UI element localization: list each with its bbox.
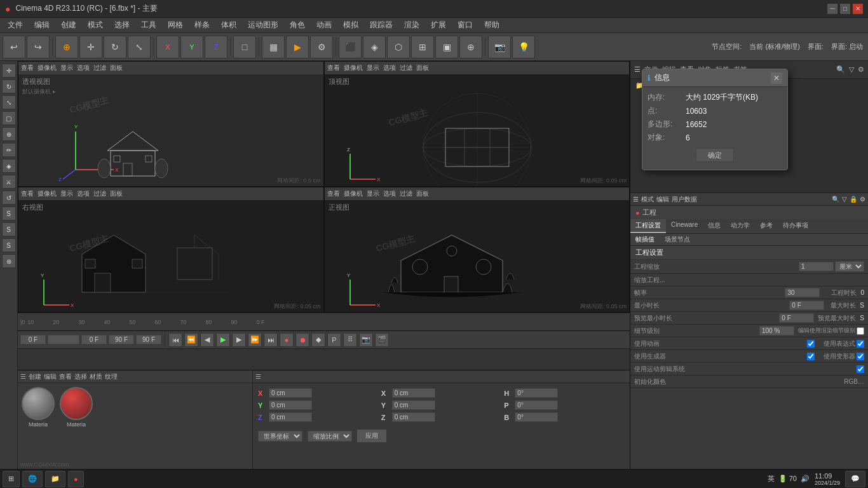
prop-input-prevmin[interactable] [779, 313, 814, 323]
tl-prev-frame[interactable]: ◀ [200, 333, 214, 347]
close-btn[interactable]: ✕ [853, 4, 863, 14]
tab-dynamics[interactable]: 动力学 [726, 219, 755, 233]
prop-check-deformer[interactable] [857, 353, 864, 360]
object-btn[interactable]: □ [233, 36, 256, 58]
subtab-scene-nodes[interactable]: 场景节点 [660, 234, 695, 245]
rs-props-userdata-btn[interactable]: 用户数据 [672, 195, 697, 204]
tl-render-preview[interactable]: 🎬 [375, 333, 389, 347]
axis-x-btn[interactable]: X [156, 36, 179, 58]
taskbar-c4d-btn[interactable]: ● [68, 471, 84, 487]
vp-front-filter-btn[interactable]: 过滤 [400, 189, 412, 198]
frame-current-input[interactable] [20, 335, 46, 344]
tab-info[interactable]: 信息 [703, 219, 726, 233]
tl-to-start[interactable]: ⏮ [168, 333, 182, 347]
menu-character[interactable]: 角色 [285, 18, 310, 32]
tl-next-key[interactable]: ⏩ [248, 333, 262, 347]
render-settings-btn[interactable]: ⚙ [310, 36, 333, 58]
move-btn[interactable]: ✛ [79, 36, 102, 58]
menu-file[interactable]: 文件 [3, 18, 28, 32]
menu-tools[interactable]: 工具 [136, 18, 161, 32]
frame-min-input[interactable] [81, 335, 107, 344]
info-close-btn[interactable]: ✕ [771, 72, 782, 84]
menu-render[interactable]: 渲染 [399, 18, 424, 32]
coord-x2-input[interactable] [392, 388, 435, 398]
maximize-btn[interactable]: □ [840, 4, 850, 14]
menu-extend[interactable]: 扩展 [426, 18, 451, 32]
viewport-front[interactable]: 查看 摄像机 显示 选项 过滤 面板 正视图 X Y [324, 187, 630, 313]
vp-right-panel-btn[interactable]: 面板 [110, 189, 123, 198]
frame-display-input[interactable] [48, 335, 79, 344]
lt-scale[interactable]: ⤡ [2, 95, 16, 109]
tl-autokey[interactable]: ⏺ [295, 333, 309, 347]
vp-display-btn[interactable]: 显示 [60, 64, 73, 72]
vp-right-look-btn[interactable]: 查看 [21, 189, 34, 198]
tl-prev-key[interactable]: ⏪ [184, 333, 198, 347]
material-item-2[interactable]: Materia [60, 387, 93, 428]
coord-z2-input[interactable] [392, 412, 435, 422]
vp-panel-btn[interactable]: 面板 [110, 64, 123, 72]
taskbar-explorer-btn[interactable]: 📁 [45, 471, 65, 487]
lt-snap[interactable]: S [2, 207, 16, 220]
vp-top-filter-btn[interactable]: 过滤 [400, 64, 412, 72]
rs-props-mode-btn[interactable]: 模式 [641, 195, 654, 204]
vp-options-btn[interactable]: 选项 [77, 64, 90, 72]
vp-look-btn[interactable]: 查看 [21, 64, 34, 72]
mat-edit-btn[interactable]: 编辑 [44, 372, 57, 381]
select-btn[interactable]: ⊕ [55, 36, 78, 58]
prop-check-generator[interactable] [807, 353, 815, 360]
tl-dots[interactable]: ⠿ [343, 333, 357, 347]
lt-poly[interactable]: ◈ [2, 159, 16, 173]
mat-material-btn[interactable]: 材质 [90, 372, 102, 381]
menu-track[interactable]: 跟踪器 [365, 18, 398, 32]
prop-input-minframe[interactable] [789, 301, 824, 310]
frame-preview-input[interactable] [136, 335, 161, 344]
tl-preview[interactable]: 📷 [359, 333, 373, 347]
vp-top-camera-btn[interactable]: 摄像机 [344, 64, 363, 72]
mat-texture-btn[interactable]: 纹理 [105, 372, 118, 381]
lt-move[interactable]: ✛ [2, 64, 16, 78]
lt-select1[interactable]: ▢ [2, 111, 16, 125]
menu-select[interactable]: 选择 [109, 18, 135, 32]
minimize-btn[interactable]: ─ [827, 4, 837, 14]
lt-loop[interactable]: ↺ [2, 191, 16, 205]
group-btn[interactable]: ▣ [435, 36, 458, 58]
tab-reference[interactable]: 参考 [755, 219, 778, 233]
lt-knife[interactable]: ⚔ [2, 175, 16, 189]
lt-s3[interactable]: S [2, 238, 16, 252]
lt-select2[interactable]: ⊕ [2, 127, 16, 141]
axis-y-btn[interactable]: Y [180, 36, 203, 58]
vp-front-options-btn[interactable]: 选项 [383, 189, 396, 198]
menu-volume[interactable]: 体积 [216, 18, 241, 32]
menu-animate[interactable]: 动画 [311, 18, 337, 32]
tab-todo[interactable]: 待办事项 [778, 219, 813, 233]
menu-edit[interactable]: 编辑 [29, 18, 55, 32]
lt-rotate[interactable]: ↻ [2, 79, 16, 93]
frame-max-input[interactable] [109, 335, 134, 344]
render-region-btn[interactable]: ▦ [262, 36, 285, 58]
coord-y2-input[interactable] [392, 400, 435, 410]
tl-keyframe[interactable]: ◆ [311, 333, 325, 347]
coord-z-input[interactable] [269, 412, 312, 422]
camera-btn[interactable]: 📷 [488, 36, 511, 58]
coord-b-input[interactable] [515, 412, 558, 422]
tl-next-frame[interactable]: ▶ [232, 333, 246, 347]
lt-edit[interactable]: ✏ [2, 143, 16, 157]
prop-check-render-lod[interactable] [857, 327, 864, 335]
vp-top-options-btn[interactable]: 选项 [383, 64, 396, 72]
null-btn[interactable]: ⊕ [459, 36, 482, 58]
material-item-1[interactable]: Materia [22, 387, 55, 428]
light-btn[interactable]: 💡 [512, 36, 535, 58]
prop-check-moclip[interactable] [857, 365, 864, 373]
mat-create-btn[interactable]: 创建 [29, 372, 41, 381]
nurbs-btn[interactable]: ◈ [363, 36, 386, 58]
vp-camera-btn[interactable]: 摄像机 [37, 64, 57, 72]
prop-check-expression[interactable] [857, 340, 864, 348]
array-btn[interactable]: ⊞ [411, 36, 434, 58]
mat-select-btn[interactable]: 选择 [74, 372, 87, 381]
info-confirm-btn[interactable]: 确定 [696, 148, 734, 162]
undo-btn[interactable]: ↩ [3, 36, 25, 58]
vp-front-camera-btn[interactable]: 摄像机 [344, 189, 363, 198]
cube-btn[interactable]: ⬛ [339, 36, 362, 58]
rs-props-edit-btn[interactable]: 编辑 [656, 195, 669, 204]
deformer-btn[interactable]: ⬡ [387, 36, 410, 58]
